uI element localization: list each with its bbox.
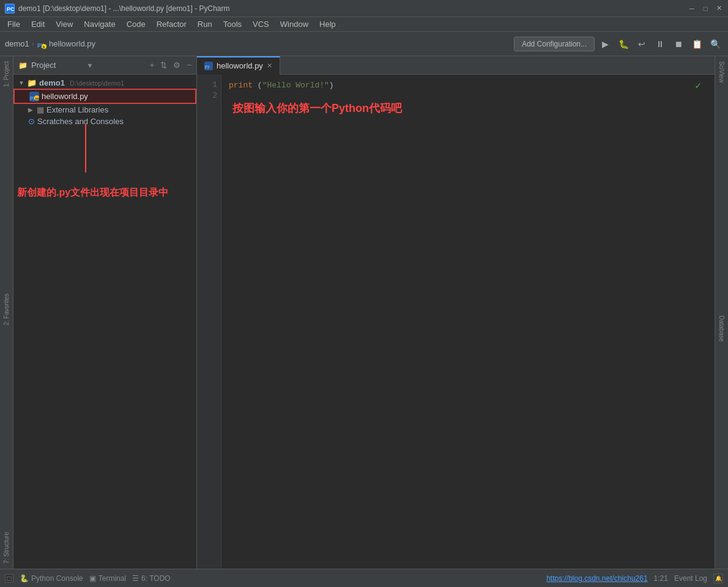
code-editor[interactable]: 1 2 print ("Hello World!") ✓ — [197, 75, 715, 569]
tabs-bar: py helloworld.py ✕ — [197, 56, 715, 75]
status-terminal[interactable]: ▣ Terminal — [89, 574, 126, 583]
menu-vcs[interactable]: VCS — [248, 18, 274, 30]
project-panel-title: Project — [31, 61, 80, 70]
scratches-icon: ⊙ — [28, 117, 35, 126]
breadcrumb-project[interactable]: demo1 — [5, 39, 29, 48]
tree-item-scratches[interactable]: ⊙ Scratches and Consoles — [13, 116, 196, 127]
breadcrumb-file[interactable]: py s helloworld.py — [37, 39, 95, 49]
svg-text:PC: PC — [7, 6, 14, 12]
tree-label-ext-libs: External Libraries — [46, 105, 108, 114]
tree-path-demo1: D:\desktop\demo1 — [70, 79, 124, 87]
menu-file[interactable]: File — [2, 18, 25, 30]
terminal-label: Terminal — [98, 574, 126, 583]
tree-label-demo1: demo1 — [39, 78, 65, 87]
stop-button[interactable]: ⏹ — [670, 36, 686, 52]
cursor-position: 1:21 — [654, 574, 668, 583]
sidebar-item-database[interactable]: Database — [717, 311, 726, 347]
menu-run[interactable]: Run — [193, 18, 217, 30]
svg-text:py: py — [205, 64, 210, 69]
status-bar-right: https://blog.csdn.net/chichu261 1:21 Eve… — [546, 574, 723, 583]
tree-label-helloworld: helloworld.py — [42, 92, 88, 101]
tree-arrow-ext-libs: ▶ — [28, 106, 34, 113]
menu-refactor[interactable]: Refactor — [152, 18, 191, 30]
minimize-button[interactable]: ─ — [688, 4, 696, 13]
title-bar-left: PC demo1 [D:\desktop\demo1] - ...\hellow… — [5, 4, 230, 13]
sidebar-item-structure[interactable]: 7: Structure — [2, 527, 11, 569]
sidebar-item-sciview[interactable]: SciView — [717, 56, 726, 87]
project-collapse-icon[interactable]: − — [187, 61, 191, 70]
notifications-icon[interactable]: 🔔 — [713, 574, 723, 583]
status-expand-icon[interactable]: □ — [5, 574, 13, 583]
svg-text:s: s — [43, 45, 45, 49]
status-python-console[interactable]: 🐍 Python Console — [20, 574, 83, 583]
coverage-button[interactable]: 📋 — [689, 36, 705, 52]
tab-label-helloworld: helloworld.py — [217, 61, 263, 70]
app-icon: PC — [5, 4, 15, 13]
window-title: demo1 [D:\desktop\demo1] - ...\helloworl… — [18, 4, 230, 13]
menu-code[interactable]: Code — [122, 18, 150, 30]
main-layout: 1: Project 2: Favorites 7: Structure 📁 P… — [0, 56, 728, 569]
pause-button[interactable]: ⏸ — [652, 36, 668, 52]
debug-button[interactable]: 🐛 — [615, 36, 631, 52]
py-tab-icon: py — [204, 61, 213, 71]
todo-icon: ☰ — [132, 574, 139, 583]
folder-icon: 📁 — [18, 61, 28, 70]
project-tree: ▼ 📁 demo1 D:\desktop\demo1 py sn hellowo… — [13, 75, 196, 569]
csdn-url[interactable]: https://blog.csdn.net/chichu261 — [546, 574, 647, 583]
editor-area: py helloworld.py ✕ 1 2 print ("Hello Wor… — [197, 56, 715, 569]
menu-tools[interactable]: Tools — [218, 18, 247, 30]
toolbar: demo1 › py s helloworld.py Add Configura… — [0, 32, 728, 56]
python-console-label: Python Console — [31, 574, 83, 583]
event-log[interactable]: Event Log — [674, 574, 707, 583]
search-everywhere-button[interactable]: 🔍 — [707, 36, 723, 52]
sidebar-item-favorites[interactable]: 2: Favorites — [2, 289, 11, 330]
maximize-button[interactable]: □ — [701, 4, 710, 13]
menu-edit[interactable]: Edit — [26, 18, 50, 30]
status-bar: □ 🐍 Python Console ▣ Terminal ☰ 6: TODO … — [0, 569, 728, 587]
tree-item-ext-libs[interactable]: ▶ ▦ External Libraries — [13, 104, 196, 116]
breadcrumb: demo1 › py s helloworld.py — [5, 39, 511, 49]
project-panel: 📁 Project ▼ + ⇅ ⚙ − ▼ 📁 demo1 D:\desktop… — [13, 56, 197, 569]
menu-navigate[interactable]: Navigate — [79, 18, 120, 30]
menu-bar: File Edit View Navigate Code Refactor Ru… — [0, 17, 728, 32]
checkmark-icon: ✓ — [695, 79, 701, 92]
tab-close-button[interactable]: ✕ — [267, 62, 272, 70]
status-bar-left: □ 🐍 Python Console ▣ Terminal ☰ 6: TODO — [5, 574, 171, 583]
todo-label: 6: TODO — [141, 574, 171, 583]
terminal-icon: ▣ — [89, 574, 96, 583]
tab-helloworld[interactable]: py helloworld.py ✕ — [197, 56, 280, 75]
sidebar-item-project[interactable]: 1: Project — [2, 56, 11, 92]
window-controls[interactable]: ─ □ ✕ — [688, 4, 723, 13]
right-sidebar-strip: SciView Database — [715, 56, 728, 569]
menu-view[interactable]: View — [51, 18, 78, 30]
code-content[interactable]: print ("Hello World!") — [221, 75, 715, 569]
run-button[interactable]: ▶ — [597, 36, 613, 52]
status-todo[interactable]: ☰ 6: TODO — [132, 574, 171, 583]
menu-help[interactable]: Help — [314, 18, 341, 30]
ext-libs-icon: ▦ — [37, 105, 44, 114]
svg-text:sn: sn — [35, 97, 40, 100]
add-configuration-button[interactable]: Add Configuration... — [514, 37, 595, 51]
project-add-icon[interactable]: + — [150, 61, 155, 70]
project-dropdown-icon[interactable]: ▼ — [86, 62, 93, 69]
tree-label-scratches: Scratches and Consoles — [37, 117, 124, 126]
tree-arrow-demo1: ▼ — [18, 79, 24, 86]
breadcrumb-sep1: › — [32, 39, 34, 48]
line-numbers: 1 2 — [197, 75, 221, 569]
project-panel-header: 📁 Project ▼ + ⇅ ⚙ − — [13, 56, 196, 75]
tree-item-helloworld[interactable]: py sn helloworld.py — [13, 89, 196, 104]
rerun-button[interactable]: ↩ — [634, 36, 650, 52]
project-sort-icon[interactable]: ⇅ — [160, 61, 167, 70]
menu-window[interactable]: Window — [275, 18, 313, 30]
left-sidebar-strip: 1: Project 2: Favorites 7: Structure — [0, 56, 13, 569]
tree-item-demo1[interactable]: ▼ 📁 demo1 D:\desktop\demo1 — [13, 77, 196, 89]
folder-icon-demo1: 📁 — [27, 78, 37, 87]
project-settings-icon[interactable]: ⚙ — [173, 61, 180, 70]
title-bar: PC demo1 [D:\desktop\demo1] - ...\hellow… — [0, 0, 728, 17]
close-button[interactable]: ✕ — [715, 4, 723, 13]
py-file-icon: py sn — [29, 91, 39, 102]
python-console-icon: 🐍 — [20, 574, 29, 583]
